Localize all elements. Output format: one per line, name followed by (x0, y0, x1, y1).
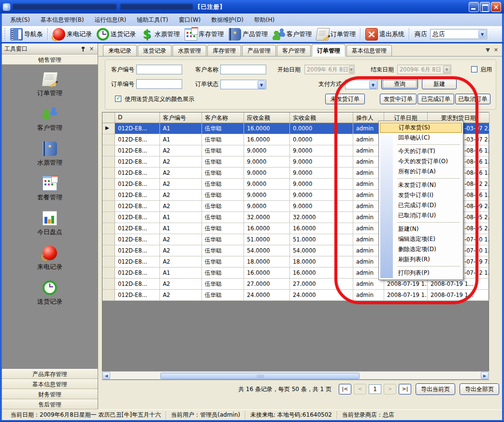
row-selector-cell[interactable] (102, 223, 115, 234)
toolbar-button[interactable]: 产品管理 (226, 27, 270, 42)
next-page-button[interactable]: > (384, 384, 396, 394)
column-header[interactable]: 应收金额 (244, 113, 290, 123)
horizontal-scrollbar[interactable]: ◀ ▶ (102, 371, 489, 380)
query-button[interactable]: 查询 (381, 79, 418, 89)
row-selector-cell[interactable] (102, 201, 115, 212)
sidebar-group-bar[interactable]: 产品库存管理 (2, 369, 98, 379)
export-all-pages-button[interactable]: 导出全部页 (460, 383, 499, 395)
quick-filter-button[interactable]: 未发货订单 (325, 94, 365, 104)
minimize-icon[interactable] (469, 2, 479, 12)
row-selector-cell[interactable] (102, 256, 115, 267)
first-page-button[interactable]: |< (339, 384, 351, 394)
context-menu-item[interactable]: 所有的订单(A) (380, 167, 462, 177)
context-menu-item[interactable]: 订单发货(S) (380, 123, 462, 133)
document-tab[interactable]: 客户管理 (277, 45, 311, 56)
scroll-right-icon[interactable]: ▶ (481, 372, 489, 379)
context-menu-item[interactable]: 刷新列表(R) (380, 254, 462, 265)
context-menu-item[interactable]: 删除选定项(D) (380, 244, 462, 254)
prev-page-button[interactable]: < (354, 384, 366, 394)
close-icon[interactable]: × (88, 45, 95, 53)
column-header[interactable]: 实收金额 (290, 113, 353, 123)
delivery-color-checkbox[interactable] (115, 96, 121, 102)
start-date-picker[interactable]: 2009年 6月 8日 ▼ (304, 65, 355, 74)
document-tab[interactable]: 水票管理 (173, 45, 206, 56)
menu-bar-item[interactable]: 基本信息管理(B) (35, 14, 89, 26)
quick-filter-button[interactable]: 已取消订单 (455, 94, 490, 104)
menu-bar-item[interactable]: 帮助(H) (249, 14, 280, 26)
table-row[interactable]: 012D-E8... A2 伍华聪 24.0000 24.0000 admin … (102, 290, 489, 301)
row-selector-cell[interactable] (102, 245, 115, 256)
menu-bar-item[interactable]: 辅助工具(T) (131, 14, 173, 26)
row-selector-cell[interactable] (102, 234, 115, 245)
toolbar-button[interactable]: 来电记录 (50, 27, 94, 42)
export-current-page-button[interactable]: 导出当前页 (416, 383, 455, 395)
document-tab[interactable]: 库存管理 (207, 45, 241, 56)
maximize-icon[interactable] (480, 2, 490, 12)
sidebar-item[interactable]: 今日盘点 (37, 211, 62, 237)
toolbar-button[interactable]: 库存管理 (182, 27, 226, 42)
row-selector-cell[interactable] (102, 267, 115, 279)
context-menu-item[interactable]: 发货中订单(I) (380, 190, 462, 200)
row-selector-cell[interactable] (102, 168, 115, 179)
toolbar-button[interactable] (409, 28, 410, 41)
toolbar-button[interactable]: 送货记录 (94, 27, 138, 42)
context-menu-item[interactable]: 编辑选定项(E) (380, 234, 462, 244)
context-menu-item[interactable]: 新建(N) (380, 224, 462, 234)
context-menu-item[interactable] (380, 221, 462, 224)
context-menu-item[interactable]: 打印列表(P) (380, 268, 462, 278)
context-menu-item[interactable]: 已完成订单(D) (380, 200, 462, 211)
sidebar-group-bar[interactable]: 财务管理 (2, 389, 98, 399)
menu-bar-item[interactable]: 运行信息(R) (89, 14, 132, 26)
customer-code-input[interactable] (136, 65, 182, 74)
column-header[interactable]: D (115, 113, 160, 123)
row-selector-cell[interactable] (102, 212, 115, 223)
quick-filter-button[interactable]: 发货中订单 (380, 94, 417, 104)
row-selector-cell[interactable] (102, 279, 115, 290)
toolbar-button[interactable] (47, 28, 48, 41)
menu-bar-item[interactable]: 数据维护(D) (206, 14, 249, 26)
sidebar-item[interactable]: 订单管理 (37, 72, 62, 98)
toolbar-button[interactable]: 订单管理 (314, 27, 358, 42)
sidebar-section-header[interactable]: 销售管理 (2, 55, 98, 65)
document-tab[interactable]: 来电记录 (103, 45, 137, 56)
context-menu-item[interactable] (380, 177, 462, 180)
order-status-select[interactable]: ▼ (220, 79, 266, 89)
context-menu-item[interactable]: 已取消订单(U) (380, 211, 462, 221)
sidebar-group-bar[interactable]: 基本信息管理 (2, 379, 98, 389)
row-selector-cell[interactable] (102, 145, 115, 156)
menu-bar-item[interactable]: 窗口(W) (173, 14, 206, 26)
new-button[interactable]: 新建 (422, 79, 457, 89)
order-code-input[interactable] (136, 79, 182, 89)
context-menu-item[interactable]: 回单确认(C) (380, 133, 462, 143)
context-menu-item[interactable]: 未发货订单(N) (380, 180, 462, 190)
document-tab[interactable]: 送货记录 (138, 45, 172, 56)
toolbar-button[interactable]: 退出系统 (363, 27, 407, 42)
close-icon[interactable]: × (491, 2, 501, 12)
toolbar-button[interactable]: 导航条 (8, 27, 45, 42)
sidebar-item[interactable]: 来电记录 (37, 246, 62, 271)
context-menu-item[interactable] (380, 265, 462, 268)
sidebar-item[interactable]: 套餐管理 (37, 176, 62, 202)
column-header[interactable]: 客户名称 (202, 113, 244, 123)
customer-name-input[interactable] (220, 65, 266, 74)
row-selector-cell[interactable] (102, 123, 115, 134)
context-menu-item[interactable]: 今天的订单(T) (380, 146, 462, 156)
column-header[interactable]: 客户编号 (160, 113, 202, 123)
shop-select[interactable]: 总店 ▼ (430, 29, 487, 39)
toolbar-button[interactable]: 水票管理 (138, 27, 182, 42)
sidebar-group-bar[interactable]: 售后管理 (2, 399, 98, 409)
document-tab[interactable]: 基本信息管理 (346, 45, 392, 56)
row-selector-cell[interactable] (102, 134, 115, 145)
row-selector-cell[interactable] (102, 190, 115, 201)
enable-checkbox[interactable] (471, 66, 477, 72)
end-date-picker[interactable]: 2009年 6月 8日 ▼ (397, 65, 451, 74)
pay-method-select[interactable]: ▼ (345, 79, 378, 89)
table-row[interactable]: 012D-E8... A2 伍华聪 27.0000 27.0000 admin … (102, 279, 489, 290)
row-selector-cell[interactable] (102, 290, 115, 301)
toolbar-button[interactable] (360, 28, 361, 41)
row-selector-cell[interactable] (102, 179, 115, 190)
context-menu-item[interactable] (380, 143, 462, 146)
table-corner-cell[interactable] (102, 113, 115, 123)
page-number-input[interactable] (369, 384, 381, 394)
toolbar-button[interactable]: 客户管理 (270, 27, 314, 42)
